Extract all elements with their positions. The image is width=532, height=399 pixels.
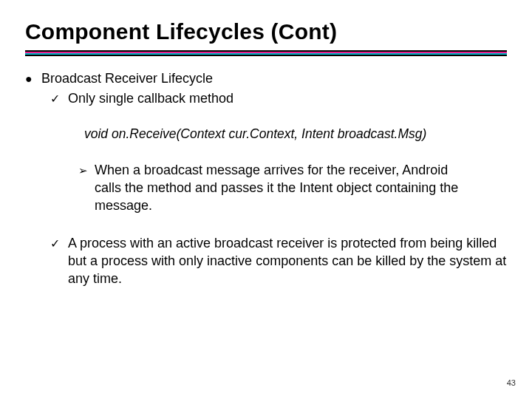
bullet-level3: ➢ When a broadcast message arrives for t… [78,161,507,215]
bullet-text: Only single callback method [68,89,507,107]
page-number: 43 [507,378,516,387]
bullet-text: A process with an active broadcast recei… [68,234,507,288]
bullet-text: When a broadcast message arrives for the… [95,161,477,215]
bullet-text: Broadcast Receiver Lifecycle [41,69,507,87]
arrow-icon: ➢ [78,161,95,180]
code-signature: void on.Receive(Context cur.Context, Int… [84,126,507,143]
bullet-dot-icon: ● [25,69,41,88]
slide-title: Component Lifecycles (Cont) [25,19,507,44]
title-divider [25,50,507,56]
bullet-level1: ● Broadcast Receiver Lifecycle [25,69,507,88]
checkmark-icon: ✓ [50,89,68,108]
slide: Component Lifecycles (Cont) ● Broadcast … [0,0,532,399]
bullet-level2: ✓ Only single callback method [50,89,507,108]
bullet-level2: ✓ A process with an active broadcast rec… [50,234,507,288]
slide-content: ● Broadcast Receiver Lifecycle ✓ Only si… [25,69,507,287]
checkmark-icon: ✓ [50,234,68,253]
